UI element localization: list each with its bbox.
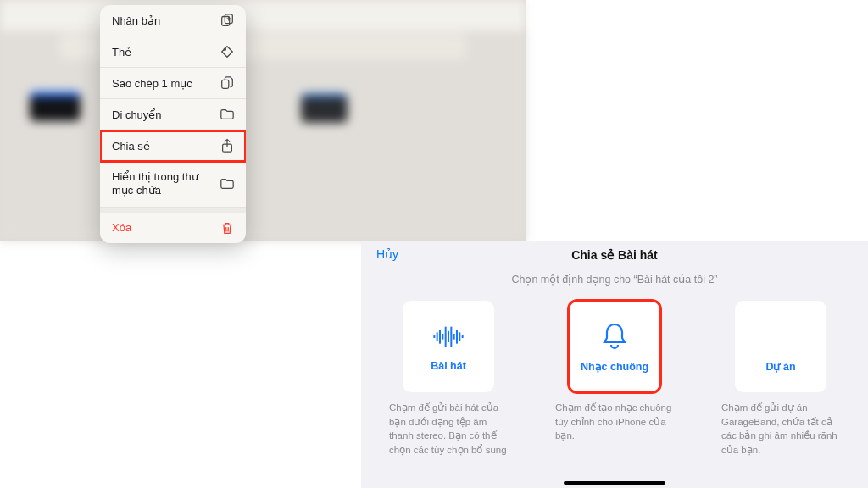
- share-cards-row: Bài hát Chạm để gửi bài hát của bạn dưới…: [361, 301, 868, 458]
- tag-icon: [220, 44, 235, 59]
- svg-rect-25: [765, 341, 782, 346]
- waveform-icon: [431, 321, 465, 352]
- folder-icon: [220, 107, 235, 122]
- menu-item-label: Nhân bản: [112, 14, 160, 27]
- svg-rect-21: [779, 326, 796, 330]
- share-option-song: Bài hát Chạm để gửi bài hát của bạn dưới…: [389, 301, 508, 458]
- menu-item-delete[interactable]: Xóa: [100, 208, 246, 243]
- context-menu-screenshot: Nhân bản Thẻ Sao chép 1 mục Di chuyển Ch…: [0, 0, 526, 241]
- menu-item-duplicate[interactable]: Nhân bản: [100, 5, 246, 36]
- duplicate-icon: [220, 13, 235, 28]
- share-card-desc: Chạm để tạo nhạc chuông tùy chỉnh cho iP…: [555, 401, 674, 443]
- home-indicator: [564, 481, 665, 485]
- share-option-project: Dự án Chạm để gửi dự án GarageBand, chứa…: [721, 301, 840, 458]
- menu-item-label: Thẻ: [112, 46, 131, 58]
- share-sheet-header: Hủy Chia sẻ Bài hát: [361, 241, 868, 269]
- cancel-button[interactable]: Hủy: [376, 247, 398, 261]
- context-menu: Nhân bản Thẻ Sao chép 1 mục Di chuyển Ch…: [100, 5, 246, 243]
- share-card-label: Bài hát: [431, 360, 466, 372]
- copy-icon: [220, 75, 235, 91]
- share-card-song[interactable]: Bài hát: [403, 301, 494, 392]
- share-card-desc: Chạm để gửi bài hát của bạn dưới dạng tệ…: [389, 401, 508, 458]
- share-sheet-screenshot: Hủy Chia sẻ Bài hát Chọn một định dạng c…: [361, 241, 868, 488]
- svg-rect-24: [790, 334, 796, 338]
- svg-rect-20: [765, 326, 778, 330]
- share-card-label: Nhạc chuông: [581, 360, 648, 373]
- svg-rect-26: [784, 341, 797, 346]
- menu-item-show-in-folder[interactable]: Hiển thị trong thư mục chứa: [100, 162, 246, 208]
- share-option-ringtone: Nhạc chuông Chạm để tạo nhạc chuông tùy …: [555, 301, 674, 458]
- share-card-ringtone[interactable]: Nhạc chuông: [569, 301, 660, 392]
- menu-item-label: Xóa: [112, 221, 131, 234]
- menu-item-label: Hiển thị trong thư mục chứa: [112, 170, 214, 198]
- bell-icon: [598, 321, 632, 352]
- menu-item-move[interactable]: Di chuyển: [100, 99, 246, 130]
- blurred-background: [0, 0, 526, 241]
- svg-rect-5: [222, 80, 229, 88]
- menu-item-label: Sao chép 1 mục: [112, 77, 192, 90]
- multitrack-icon: [764, 321, 798, 352]
- share-card-desc: Chạm để gửi dự án GarageBand, chứa tất c…: [721, 401, 840, 458]
- svg-rect-23: [775, 334, 788, 338]
- share-icon: [220, 138, 235, 153]
- menu-item-copy[interactable]: Sao chép 1 mục: [100, 68, 246, 99]
- svg-rect-22: [765, 334, 773, 338]
- trash-icon: [220, 220, 235, 236]
- menu-item-share[interactable]: Chia sẻ: [100, 130, 246, 162]
- folder-icon: [220, 176, 235, 191]
- svg-point-4: [224, 48, 225, 50]
- menu-item-label: Di chuyển: [112, 108, 162, 121]
- share-card-label: Dự án: [765, 360, 795, 373]
- share-sheet-title: Chia sẻ Bài hát: [571, 248, 658, 262]
- menu-item-tag[interactable]: Thẻ: [100, 36, 246, 68]
- share-sheet-subtitle: Chọn một định dạng cho “Bài hát của tôi …: [361, 273, 868, 286]
- menu-item-label: Chia sẻ: [112, 140, 150, 152]
- share-card-project[interactable]: Dự án: [735, 301, 826, 392]
